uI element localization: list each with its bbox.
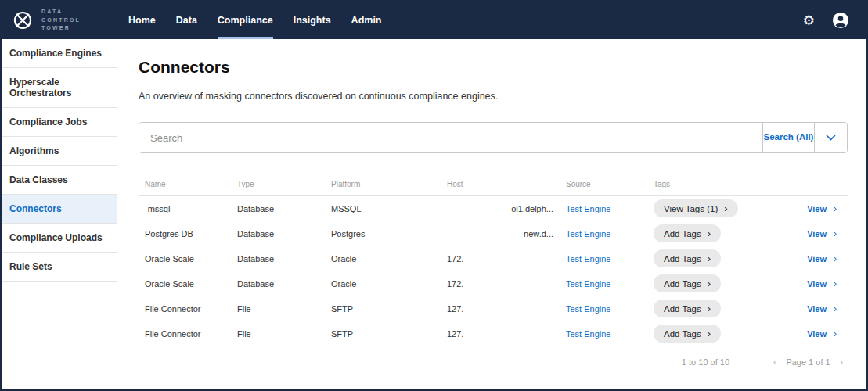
top-navigation-bar: DATA CONTROL TOWER Home Data Compliance … [2,2,866,39]
view-link-label: View [807,329,827,339]
sidebar-item-compliance-uploads[interactable]: Compliance Uploads [2,224,117,253]
brand-line: DATA [41,8,81,16]
sidebar-item-connectors[interactable]: Connectors [2,195,117,224]
connector-host: new.d... [441,221,560,246]
nav-item-insights[interactable]: Insights [294,2,331,39]
view-link[interactable]: View› [807,228,837,239]
sidebar: Compliance Engines Hyperscale Orchestrat… [2,39,117,389]
page-subtitle: An overview of masking connectors discov… [139,91,848,102]
chevron-right-icon: › [708,228,711,239]
table-row: -mssql Database MSSQL ol1.delph... Test … [139,196,848,221]
chevron-right-icon: › [708,328,711,339]
sidebar-item-algorithms[interactable]: Algorithms [2,137,117,166]
sidebar-item-hyperscale-orchestrators[interactable]: Hyperscale Orchestrators [2,68,117,108]
tags-button[interactable]: Add Tags› [654,249,721,267]
brand: DATA CONTROL TOWER [2,8,119,33]
view-link[interactable]: View› [807,253,837,264]
view-link-label: View [807,204,827,213]
search-scope-dropdown[interactable] [814,123,847,152]
view-link-label: View [807,254,827,264]
table-footer: 1 to 10 of 10 ‹ Page 1 of 1 › [139,346,848,377]
app-window: DATA CONTROL TOWER Home Data Compliance … [0,0,868,391]
table-header-row: Name Type Platform Host Source Tags [139,175,848,196]
column-header-name: Name [139,175,231,196]
connector-type: Database [231,196,325,221]
connectors-table: Name Type Platform Host Source Tags -mss… [139,175,848,346]
dct-logo-icon [11,10,34,30]
nav-item-admin[interactable]: Admin [351,2,382,39]
connector-name: File Connector [139,321,231,346]
source-engine-link[interactable]: Test Engine [566,254,610,264]
sidebar-item-compliance-engines[interactable]: Compliance Engines [2,39,117,68]
source-engine-link[interactable]: Test Engine [566,229,610,239]
page-title: Connectors [139,58,848,77]
connector-name: -mssql [139,196,231,221]
chevron-right-icon: › [834,303,837,314]
settings-gear-icon[interactable]: ⚙ [803,14,815,27]
chevron-down-icon [826,135,836,141]
column-header-host: Host [441,175,560,196]
connector-type: Database [231,221,325,246]
view-link-label: View [807,304,827,314]
table-row: File Connector File SFTP 127. Test Engin… [139,321,848,346]
source-engine-link[interactable]: Test Engine [566,304,610,314]
chevron-right-icon: › [834,228,837,239]
chevron-right-icon: › [834,253,837,264]
view-link[interactable]: View› [807,303,837,314]
search-input[interactable] [139,123,762,152]
tags-button-label: Add Tags [664,329,701,339]
sidebar-item-data-classes[interactable]: Data Classes [2,166,117,195]
tags-button-label: Add Tags [664,304,701,314]
search-bar: Search (All) [139,122,848,153]
tags-button-label: Add Tags [664,279,701,289]
table-row: Oracle Scale Database Oracle 172. Test E… [139,271,848,296]
view-link[interactable]: View› [807,203,837,214]
view-link[interactable]: View› [807,328,837,339]
connector-type: File [231,321,325,346]
main-content: Connectors An overview of masking connec… [117,39,866,389]
connector-host: 172. [441,246,560,271]
connector-name: Oracle Scale [139,246,231,271]
nav-item-compliance[interactable]: Compliance [218,2,273,39]
view-link-label: View [807,279,827,289]
column-header-source: Source [560,175,647,196]
brand-line: CONTROL [41,16,81,25]
source-engine-link[interactable]: Test Engine [566,279,610,289]
nav-item-home[interactable]: Home [128,2,156,39]
brand-name: DATA CONTROL TOWER [41,8,81,33]
view-link[interactable]: View› [807,278,837,289]
source-engine-link[interactable]: Test Engine [566,204,610,213]
sidebar-item-compliance-jobs[interactable]: Compliance Jobs [2,108,117,137]
connector-name: Oracle Scale [139,271,231,296]
tags-button[interactable]: Add Tags› [654,325,721,343]
tags-button[interactable]: Add Tags› [654,300,721,317]
chevron-right-icon: › [834,203,837,214]
connector-name: File Connector [139,296,231,321]
top-actions: ⚙ [803,12,866,29]
table-row: File Connector File SFTP 127. Test Engin… [139,296,848,321]
tags-button[interactable]: Add Tags› [654,274,721,292]
nav-item-data[interactable]: Data [176,2,197,39]
connector-type: Database [231,246,325,271]
connector-platform: Oracle [325,246,441,271]
next-page-button[interactable]: › [840,356,843,368]
sidebar-item-rule-sets[interactable]: Rule Sets [2,253,117,282]
connector-host: 127. [441,321,560,346]
chevron-right-icon: › [834,278,837,289]
connector-host: 172. [441,271,560,296]
connector-host: ol1.delph... [441,196,560,221]
connector-name: Postgres DB [139,221,231,246]
table-row: Postgres DB Database Postgres new.d... T… [139,221,848,246]
connector-host: 127. [441,296,560,321]
prev-page-button[interactable]: ‹ [773,356,776,368]
search-all-button[interactable]: Search (All) [762,123,814,152]
tags-button[interactable]: Add Tags› [654,224,721,242]
tags-button[interactable]: View Tags (1)› [654,199,738,217]
connector-platform: Oracle [325,271,441,296]
user-avatar-icon[interactable] [832,12,849,29]
column-header-actions [794,175,848,196]
main-nav: Home Data Compliance Insights Admin [128,2,382,39]
column-header-tags: Tags [647,175,794,196]
connector-platform: SFTP [325,296,441,321]
source-engine-link[interactable]: Test Engine [566,329,610,339]
